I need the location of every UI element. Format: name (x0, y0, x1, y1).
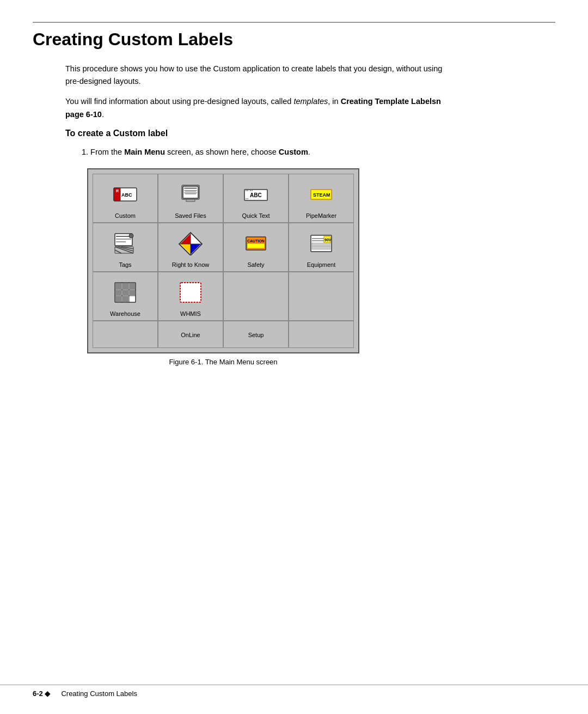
whmis-icon (178, 280, 203, 304)
svg-rect-53 (115, 283, 121, 289)
svg-rect-56 (115, 290, 121, 295)
menu-cell-pipemarker[interactable]: STEAM PipeMarker (289, 174, 354, 223)
page-title: Creating Custom Labels (33, 22, 555, 50)
safety-label: Safety (247, 261, 264, 268)
savedfiles-icon-area (179, 179, 203, 210)
righttoknow-icon-area (178, 228, 203, 259)
whmis-icon-area (178, 277, 203, 308)
righttoknow-label: Right to Know (172, 261, 209, 268)
svg-text:R: R (116, 189, 119, 193)
equipment-icon: 90V (309, 233, 334, 254)
figure-container: R ABC Custom (87, 168, 359, 366)
warehouse-icon (113, 280, 138, 304)
custom-icon-area: R ABC (113, 179, 138, 210)
intro-para1: This procedure shows you how to use the … (65, 63, 446, 88)
quicktext-icon-area: ABC (243, 179, 268, 210)
svg-rect-58 (130, 290, 135, 295)
whmis-label: WHMIS (180, 310, 201, 317)
svg-rect-7 (184, 192, 197, 193)
step1-end: . (308, 148, 310, 156)
footer: 6-2 ◆ Creating Custom Labels (0, 685, 588, 698)
menu-cell-safety[interactable]: CAUTION Safety (223, 223, 289, 272)
svg-rect-57 (122, 290, 128, 295)
safety-icon: CAUTION (244, 234, 268, 253)
equipment-icon-area: 90V (309, 228, 334, 259)
pipemarker-icon: STEAM (309, 185, 334, 204)
svg-line-29 (115, 250, 121, 253)
quicktext-label: Quick Text (242, 212, 270, 219)
svg-marker-33 (191, 244, 201, 254)
step1-mid: screen, as shown here, choose (165, 148, 279, 156)
righttoknow-icon (178, 231, 203, 255)
step1-prefix: 1. From the (82, 148, 124, 156)
menu-cell-warehouse[interactable]: Warehouse (93, 272, 158, 321)
svg-rect-61 (180, 283, 201, 302)
svg-point-24 (129, 234, 133, 238)
svg-rect-9 (186, 199, 195, 202)
menu-cell-bottom-empty (93, 321, 158, 348)
tags-icon (113, 231, 138, 255)
svg-marker-34 (180, 244, 191, 254)
menu-cell-empty1 (223, 272, 289, 321)
quicktext-icon: ABC (243, 185, 268, 204)
menu-cell-savedfiles[interactable]: Saved Files (158, 174, 223, 223)
page-container: Creating Custom Labels This procedure sh… (0, 0, 588, 420)
menu-cell-tags[interactable]: Tags (93, 223, 158, 272)
menu-cell-setup[interactable]: Setup (223, 321, 289, 348)
pipemarker-label: PipeMarker (306, 212, 336, 219)
step1-text: 1. From the Main Menu screen, as shown h… (82, 146, 555, 158)
tags-icon-area (113, 228, 138, 259)
menu-cell-equipment[interactable]: 90V Equipment (289, 223, 354, 272)
pipemarker-icon-area: STEAM (309, 179, 334, 210)
custom-label: Custom (115, 212, 136, 219)
svg-text:90V: 90V (324, 238, 332, 242)
section-heading: To create a Custom label (65, 129, 555, 138)
menu-cell-whmis[interactable]: WHMIS (158, 272, 223, 321)
menu-cell-empty2 (289, 272, 354, 321)
footer-page-number: 6-2 (33, 689, 43, 698)
menu-cell-bottom-empty2 (289, 321, 354, 348)
svg-text:CAUTION: CAUTION (247, 239, 265, 243)
svg-rect-59 (115, 296, 121, 302)
menu-cell-quicktext[interactable]: ABC Quick Text (223, 174, 289, 223)
para2-suffix: , in (328, 97, 340, 106)
menu-screen: R ABC Custom (87, 168, 359, 353)
svg-rect-60 (122, 296, 128, 302)
figure-caption: Figure 6-1. The Main Menu screen (87, 358, 359, 366)
warehouse-label: Warehouse (110, 310, 140, 317)
svg-marker-32 (180, 234, 191, 244)
equipment-label: Equipment (307, 261, 336, 268)
intro-para2: You will find information about using pr… (65, 95, 446, 120)
savedfiles-label: Saved Files (175, 212, 206, 219)
para2-prefix: You will find information about using pr… (65, 97, 293, 106)
svg-text:ABC: ABC (250, 192, 262, 198)
svg-rect-55 (130, 283, 135, 289)
para2-italic: templates (293, 97, 328, 106)
svg-marker-31 (191, 234, 201, 244)
setup-label: Setup (248, 332, 264, 338)
step1-bold1: Main Menu (124, 148, 165, 156)
svg-text:STEAM: STEAM (313, 192, 330, 198)
menu-cell-righttoknow[interactable]: Right to Know (158, 223, 223, 272)
svg-rect-40 (247, 243, 265, 248)
footer-title-text: Creating Custom Labels (61, 689, 137, 698)
menu-cell-online[interactable]: OnLine (158, 321, 223, 348)
warehouse-icon-area (113, 277, 138, 308)
savedfiles-icon (179, 184, 203, 205)
footer-page: 6-2 ◆ (33, 689, 50, 698)
para2-end: . (102, 110, 104, 119)
online-label: OnLine (181, 332, 200, 338)
step1-bold2: Custom (279, 148, 308, 156)
tags-label: Tags (119, 261, 131, 268)
svg-text:ABC: ABC (121, 192, 132, 198)
safety-icon-area: CAUTION (244, 228, 268, 259)
menu-cell-custom[interactable]: R ABC Custom (93, 174, 158, 223)
svg-rect-54 (122, 283, 128, 289)
custom-icon: R ABC (113, 185, 138, 204)
